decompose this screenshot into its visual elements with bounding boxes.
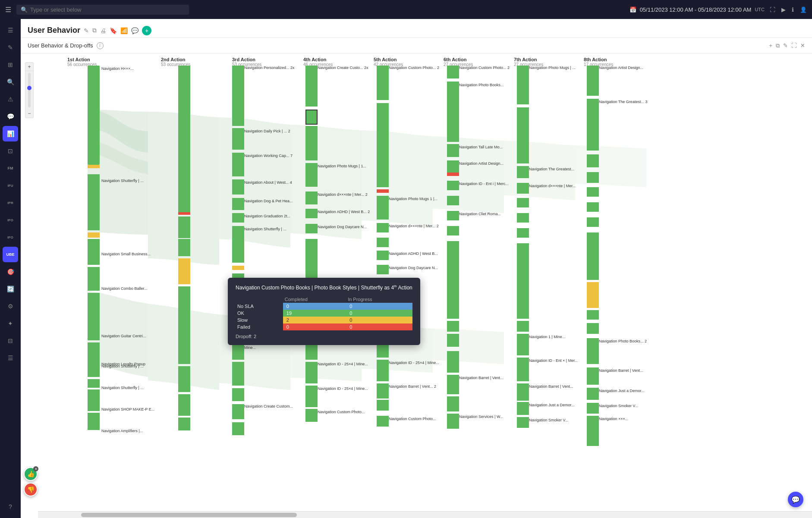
bar-7b[interactable] (517, 107, 529, 163)
date-range-value[interactable]: 05/11/2023 12:00 AM - 05/18/2023 12:00 A… (640, 6, 752, 13)
bar-7e[interactable] (517, 198, 529, 207)
bar-8h[interactable] (587, 232, 599, 280)
bar-3m[interactable] (232, 422, 244, 435)
sidebar-item-ifo2[interactable]: IFO (3, 229, 18, 245)
bar-8g[interactable] (587, 217, 599, 227)
info-icon[interactable]: ℹ (792, 6, 794, 13)
copy-icon[interactable]: ⧉ (92, 27, 97, 34)
bar-4j[interactable] (305, 386, 318, 407)
bar-7n[interactable] (517, 417, 529, 428)
bar-7m[interactable] (517, 402, 529, 415)
bar-1g[interactable] (88, 293, 100, 340)
bar-6n[interactable] (447, 375, 459, 394)
sidebar-item-alert[interactable]: ⚠ (3, 91, 18, 107)
bar-4k[interactable] (305, 409, 318, 422)
bar-1h[interactable] (88, 342, 100, 377)
bar-1e[interactable] (88, 239, 100, 265)
thumbs-down-badge[interactable]: 👎 (24, 483, 38, 496)
bar-3k[interactable] (232, 388, 244, 401)
bar-7i[interactable] (517, 321, 529, 332)
bar-7h[interactable] (517, 243, 529, 319)
bar-5a[interactable] (377, 66, 389, 100)
bookmark-icon[interactable]: 🔖 (110, 27, 117, 34)
bar-3f[interactable] (232, 213, 244, 223)
sidebar-item-menu[interactable]: ☰ (3, 22, 18, 38)
bar-7a[interactable] (517, 66, 529, 104)
close-tool[interactable]: ✕ (800, 42, 805, 49)
bar-5e[interactable] (377, 223, 389, 232)
bar-2f[interactable] (178, 286, 190, 364)
bar-3h[interactable] (232, 266, 244, 270)
bar-7g[interactable] (517, 228, 529, 238)
bar-7f[interactable] (517, 213, 529, 223)
bar-2a[interactable] (178, 66, 190, 212)
bar-8c[interactable] (587, 154, 599, 167)
bar-5k[interactable] (377, 383, 389, 399)
bar-8l[interactable] (587, 338, 599, 364)
edit-tool[interactable]: ✎ (783, 42, 788, 49)
zoom-out-button[interactable]: − (25, 109, 34, 118)
bar-6c[interactable] (447, 144, 459, 157)
bar-5c[interactable] (377, 189, 389, 193)
bar-5l[interactable] (377, 400, 389, 411)
bar-8m[interactable] (587, 367, 599, 385)
bar-1c[interactable] (88, 174, 100, 230)
sidebar-item-help[interactable]: ? (3, 499, 18, 515)
bar-6l[interactable] (447, 334, 459, 347)
sidebar-item-comment[interactable]: 💬 (3, 109, 18, 124)
bar-1i[interactable] (88, 379, 100, 388)
bar-6g[interactable] (447, 196, 459, 205)
bar-8f[interactable] (587, 202, 599, 212)
bar-2c[interactable] (178, 217, 190, 238)
bar-8n[interactable] (587, 388, 599, 400)
bar-4e[interactable] (305, 192, 318, 204)
sidebar-item-ifu[interactable]: IFU (3, 178, 18, 193)
bar-2g[interactable] (178, 366, 190, 392)
bar-3c[interactable] (232, 153, 244, 176)
fullscreen-icon[interactable]: ⛶ (770, 6, 775, 13)
maximize-tool[interactable]: ⛶ (791, 42, 797, 49)
bar-2d[interactable] (178, 239, 190, 256)
bar-7k[interactable] (517, 358, 529, 381)
sidebar-item-ifo1[interactable]: IFO (3, 212, 18, 228)
bar-7l[interactable] (517, 383, 529, 401)
bar-4g[interactable] (305, 224, 318, 233)
bar-8d[interactable] (587, 172, 599, 183)
bar-1a[interactable] (88, 66, 100, 165)
bar-8b[interactable] (587, 99, 599, 151)
bar-8i[interactable] (587, 282, 599, 308)
bar-1f[interactable] (88, 267, 100, 291)
bar-3b[interactable] (232, 128, 244, 150)
badge-close-icon[interactable]: ✕ (33, 466, 38, 471)
bar-4a[interactable] (305, 66, 318, 107)
bar-5g[interactable] (377, 251, 389, 260)
bar-5d[interactable] (377, 196, 389, 220)
bar-5h[interactable] (377, 265, 389, 274)
bar-4d[interactable] (305, 163, 318, 187)
bar-7c[interactable] (517, 166, 529, 178)
bar-4f[interactable] (305, 209, 318, 218)
zoom-in-button[interactable]: + (25, 63, 34, 71)
sidebar-item-filter[interactable]: ⊟ (3, 333, 18, 348)
sidebar-item-edit[interactable]: ✎ (3, 40, 18, 55)
horizontal-scrollbar[interactable] (38, 511, 812, 518)
chat-bubble-button[interactable]: 💬 (788, 492, 803, 507)
bar-4i[interactable] (305, 362, 318, 383)
add-panel-button[interactable]: + (142, 26, 151, 35)
bar-6p[interactable] (447, 414, 459, 429)
bar-3j[interactable] (232, 362, 244, 386)
scrollbar-thumb[interactable] (81, 513, 297, 517)
play-icon[interactable]: ▶ (781, 6, 786, 13)
bar-6o[interactable] (447, 396, 459, 411)
sidebar-item-ipr[interactable]: IPR (3, 195, 18, 210)
user-icon[interactable]: 👤 (800, 6, 807, 13)
bar-6h[interactable] (447, 211, 459, 220)
bar-5f[interactable] (377, 238, 389, 247)
sidebar-item-star[interactable]: ✦ (3, 316, 18, 331)
bar-8k[interactable] (587, 323, 599, 334)
bar-2h[interactable] (178, 394, 190, 416)
sidebar-item-list[interactable]: ☰ (3, 350, 18, 366)
print-icon[interactable]: 🖨 (100, 27, 106, 34)
edit-icon[interactable]: ✎ (84, 27, 89, 34)
bar-1j[interactable] (88, 389, 100, 411)
